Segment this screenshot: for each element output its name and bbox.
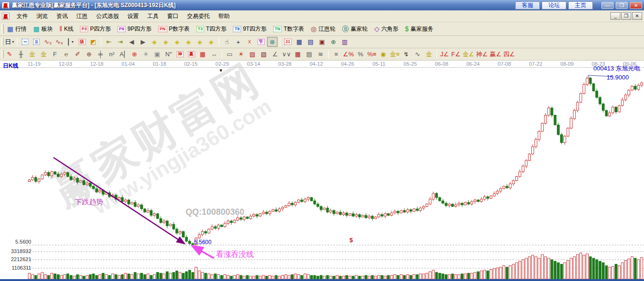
candle-body[interactable] [99,190,101,192]
grid-red-icon[interactable]: ▦ [293,49,303,59]
candle-body[interactable] [599,97,601,104]
gold-levels-icon[interactable]: 金≡ [389,49,400,59]
ying-grid-icon[interactable]: 赢 [186,49,197,59]
candle-body[interactable] [86,183,89,184]
candle-body[interactable] [532,147,534,154]
candle-body[interactable] [230,221,233,222]
candle-body[interactable] [400,211,402,213]
candle-body[interactable] [291,203,294,205]
candle-body[interactable] [227,221,229,223]
candle-body[interactable] [131,202,133,204]
candle-body[interactable] [500,189,502,191]
candle-body[interactable] [70,176,72,180]
candle-body[interactable] [83,181,85,185]
titlebar-link-2[interactable]: 主页 [568,1,593,9]
candle-body[interactable] [467,202,470,204]
child-minimize-button[interactable]: _ [610,12,620,20]
candle-body[interactable] [608,113,611,116]
price-grid-icon[interactable]: ╫ [16,49,26,59]
menu-item-6[interactable]: 工具 [143,11,163,22]
diamond-move-icon[interactable]: ◈ [206,37,216,47]
menu-item-7[interactable]: 窗口 [163,11,183,22]
k-mark-icon[interactable]: Ν″ [163,49,174,59]
candle-body[interactable] [435,193,438,198]
candle-body[interactable] [253,215,255,216]
minimize-button[interactable]: — [601,2,614,9]
candle-body[interactable] [224,223,226,227]
segment-icon[interactable]: 节 [256,37,266,47]
candle-body[interactable] [602,104,604,111]
first-page-icon[interactable]: ⇤ [104,37,114,47]
red-grid-icon[interactable]: ▦ [197,49,208,59]
candle-body[interactable] [429,199,431,204]
overlay-icon[interactable]: ∾ [20,37,30,47]
menu-item-5[interactable]: 设置 [123,11,143,22]
candle-body[interactable] [605,110,608,116]
kline-button[interactable]: ‖K线 [56,23,77,35]
candle-body[interactable] [268,211,271,214]
candle-body[interactable] [141,205,143,209]
candle-body[interactable] [160,219,162,223]
candle-body[interactable] [554,115,556,125]
candle-body[interactable] [201,231,204,235]
menu-item-0[interactable]: 文件 [12,11,32,22]
candle-body[interactable] [47,173,50,176]
candle-body[interactable] [73,178,75,180]
candle-body[interactable] [233,220,236,222]
candle-body[interactable] [172,224,175,229]
grid-dark-icon[interactable]: ▤ [304,49,314,59]
candle-body[interactable] [156,214,159,219]
candle-body[interactable] [128,200,130,204]
candle-body[interactable] [512,181,515,184]
candle-body[interactable] [262,212,265,213]
candle-body[interactable] [352,214,354,216]
wave3-icon[interactable]: ∿₃ [43,37,53,47]
downtrend-line[interactable] [54,158,184,243]
candle-body[interactable] [583,85,585,94]
candle-body[interactable] [272,210,274,211]
candle-body[interactable] [35,177,37,182]
parallel-lines-icon[interactable]: ≋ [315,49,326,59]
candle-body[interactable] [211,227,214,229]
candle-body[interactable] [182,231,185,237]
restore-button[interactable]: ❐ [616,2,628,9]
ink-pen-icon[interactable]: ↯ [401,49,411,59]
candle-body[interactable] [490,196,492,198]
candle-body[interactable] [612,107,614,113]
menu-item-9[interactable]: 帮助 [214,11,234,22]
last-page-icon[interactable]: ⇥ [115,37,125,47]
menu-item-2[interactable]: 资讯 [52,11,72,22]
shen-grid-icon[interactable]: 神 [175,49,185,59]
candle-body[interactable] [362,215,364,217]
candlestick-plot[interactable] [0,61,644,281]
candle-body[interactable] [570,118,572,128]
candle-body[interactable] [410,210,412,211]
candle-body[interactable] [246,217,249,219]
candle-body[interactable] [63,173,66,174]
candle-body[interactable] [628,90,630,95]
calendar-icon[interactable]: 21 [283,37,293,47]
p9-square-button[interactable]: P99P四方形 [114,23,155,35]
candle-body[interactable] [474,200,476,202]
crosshair-icon[interactable]: ＋ [233,37,243,47]
shen-angle-icon[interactable]: 神∠ [475,49,488,59]
frame-icon[interactable]: ▭ [224,49,235,59]
candle-body[interactable] [240,218,242,219]
candle-body[interactable] [576,102,579,110]
candle-body[interactable] [310,198,313,201]
candle-body[interactable] [375,217,377,219]
f-angle-icon[interactable]: F∠ [451,49,461,59]
spiral-icon[interactable]: ℮ [61,49,72,59]
candle-body[interactable] [297,200,300,202]
candle-body[interactable] [185,237,188,241]
time-wheel-icon[interactable]: ⊕ [84,49,94,59]
candle-body[interactable] [208,229,210,233]
candle-body[interactable] [487,197,489,198]
candle-body[interactable] [304,199,306,202]
candle-body[interactable] [422,206,425,208]
candle-body[interactable] [278,209,281,211]
candle-body[interactable] [333,211,335,214]
candle-body[interactable] [214,227,216,228]
candle-body[interactable] [621,100,624,105]
candle-body[interactable] [564,136,566,143]
